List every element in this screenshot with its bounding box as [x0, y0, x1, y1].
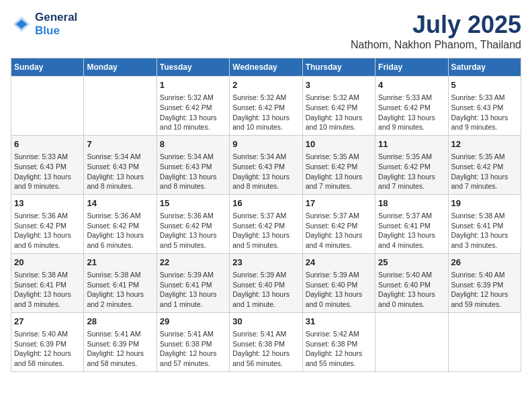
day-number: 5	[451, 79, 518, 91]
day-number: 21	[87, 257, 153, 269]
day-number: 26	[451, 257, 518, 269]
cell-info: Sunrise: 5:37 AM Sunset: 6:41 PM Dayligh…	[378, 211, 445, 250]
day-number: 29	[160, 316, 226, 328]
day-number: 10	[306, 138, 372, 150]
cell-info: Sunrise: 5:35 AM Sunset: 6:42 PM Dayligh…	[306, 152, 372, 191]
calendar-cell: 11Sunrise: 5:35 AM Sunset: 6:42 PM Dayli…	[375, 135, 448, 194]
cell-info: Sunrise: 5:35 AM Sunset: 6:42 PM Dayligh…	[451, 152, 518, 191]
calendar-cell: 8Sunrise: 5:34 AM Sunset: 6:43 PM Daylig…	[157, 135, 229, 194]
calendar-cell: 9Sunrise: 5:34 AM Sunset: 6:43 PM Daylig…	[230, 135, 302, 194]
calendar-cell	[448, 312, 521, 371]
cell-info: Sunrise: 5:33 AM Sunset: 6:42 PM Dayligh…	[378, 93, 445, 132]
calendar-cell: 17Sunrise: 5:37 AM Sunset: 6:42 PM Dayli…	[302, 194, 375, 253]
day-number: 31	[306, 316, 372, 328]
calendar-cell: 16Sunrise: 5:37 AM Sunset: 6:42 PM Dayli…	[230, 194, 302, 253]
cell-info: Sunrise: 5:36 AM Sunset: 6:42 PM Dayligh…	[160, 211, 226, 250]
day-number: 30	[232, 316, 299, 328]
calendar-week-row: 1Sunrise: 5:32 AM Sunset: 6:42 PM Daylig…	[11, 77, 521, 136]
cell-info: Sunrise: 5:38 AM Sunset: 6:41 PM Dayligh…	[451, 211, 518, 250]
logo: General Blue	[11, 11, 77, 38]
calendar-cell: 15Sunrise: 5:36 AM Sunset: 6:42 PM Dayli…	[157, 194, 229, 253]
day-number: 19	[451, 197, 518, 210]
calendar-cell: 30Sunrise: 5:41 AM Sunset: 6:38 PM Dayli…	[230, 312, 302, 371]
day-number: 28	[87, 316, 153, 328]
calendar-cell: 19Sunrise: 5:38 AM Sunset: 6:41 PM Dayli…	[448, 194, 521, 253]
cell-info: Sunrise: 5:41 AM Sunset: 6:39 PM Dayligh…	[87, 329, 153, 369]
calendar-cell: 23Sunrise: 5:39 AM Sunset: 6:40 PM Dayli…	[230, 253, 302, 312]
cell-info: Sunrise: 5:42 AM Sunset: 6:38 PM Dayligh…	[306, 329, 372, 369]
calendar-header-row: SundayMondayTuesdayWednesdayThursdayFrid…	[11, 58, 521, 77]
calendar-cell: 27Sunrise: 5:40 AM Sunset: 6:39 PM Dayli…	[11, 312, 84, 371]
calendar-cell: 26Sunrise: 5:40 AM Sunset: 6:39 PM Dayli…	[448, 253, 521, 312]
header-friday: Friday	[375, 58, 448, 77]
day-number: 20	[14, 257, 81, 269]
calendar-cell	[11, 77, 84, 136]
day-number: 23	[232, 257, 299, 269]
calendar-cell: 1Sunrise: 5:32 AM Sunset: 6:42 PM Daylig…	[157, 77, 229, 136]
month-title: July 2025	[351, 11, 521, 39]
calendar-cell: 5Sunrise: 5:33 AM Sunset: 6:43 PM Daylig…	[448, 77, 521, 136]
cell-info: Sunrise: 5:34 AM Sunset: 6:43 PM Dayligh…	[160, 152, 226, 191]
calendar-table: SundayMondayTuesdayWednesdayThursdayFrid…	[11, 58, 521, 372]
calendar-cell: 18Sunrise: 5:37 AM Sunset: 6:41 PM Dayli…	[375, 194, 448, 253]
cell-info: Sunrise: 5:36 AM Sunset: 6:42 PM Dayligh…	[14, 211, 81, 250]
cell-info: Sunrise: 5:41 AM Sunset: 6:38 PM Dayligh…	[232, 329, 299, 369]
day-number: 8	[160, 138, 226, 150]
day-number: 14	[87, 197, 153, 210]
cell-info: Sunrise: 5:37 AM Sunset: 6:42 PM Dayligh…	[306, 211, 372, 250]
calendar-week-row: 6Sunrise: 5:33 AM Sunset: 6:43 PM Daylig…	[11, 135, 521, 194]
cell-info: Sunrise: 5:35 AM Sunset: 6:42 PM Dayligh…	[378, 152, 445, 191]
calendar-cell: 21Sunrise: 5:38 AM Sunset: 6:41 PM Dayli…	[84, 253, 157, 312]
cell-info: Sunrise: 5:32 AM Sunset: 6:42 PM Dayligh…	[306, 93, 372, 132]
day-number: 16	[232, 197, 299, 210]
page-header: General Blue July 2025 Nathom, Nakhon Ph…	[11, 11, 521, 51]
calendar-cell: 6Sunrise: 5:33 AM Sunset: 6:43 PM Daylig…	[11, 135, 84, 194]
calendar-cell: 25Sunrise: 5:40 AM Sunset: 6:40 PM Dayli…	[375, 253, 448, 312]
cell-info: Sunrise: 5:34 AM Sunset: 6:43 PM Dayligh…	[87, 152, 153, 191]
cell-info: Sunrise: 5:32 AM Sunset: 6:42 PM Dayligh…	[160, 93, 226, 132]
calendar-cell: 29Sunrise: 5:41 AM Sunset: 6:38 PM Dayli…	[157, 312, 229, 371]
logo-icon	[11, 13, 32, 35]
calendar-cell: 31Sunrise: 5:42 AM Sunset: 6:38 PM Dayli…	[302, 312, 375, 371]
calendar-cell: 20Sunrise: 5:38 AM Sunset: 6:41 PM Dayli…	[11, 253, 84, 312]
cell-info: Sunrise: 5:40 AM Sunset: 6:39 PM Dayligh…	[14, 329, 81, 369]
header-saturday: Saturday	[448, 58, 521, 77]
cell-info: Sunrise: 5:36 AM Sunset: 6:42 PM Dayligh…	[87, 211, 153, 250]
day-number: 7	[87, 138, 153, 150]
day-number: 9	[232, 138, 299, 150]
calendar-cell: 7Sunrise: 5:34 AM Sunset: 6:43 PM Daylig…	[84, 135, 157, 194]
cell-info: Sunrise: 5:41 AM Sunset: 6:38 PM Dayligh…	[160, 329, 226, 369]
day-number: 15	[160, 197, 226, 210]
calendar-cell	[84, 77, 157, 136]
day-number: 12	[451, 138, 518, 150]
cell-info: Sunrise: 5:40 AM Sunset: 6:40 PM Dayligh…	[378, 270, 445, 310]
title-block: July 2025 Nathom, Nakhon Phanom, Thailan…	[351, 11, 521, 51]
cell-info: Sunrise: 5:33 AM Sunset: 6:43 PM Dayligh…	[451, 93, 518, 132]
day-number: 22	[160, 257, 226, 269]
calendar-cell: 22Sunrise: 5:39 AM Sunset: 6:41 PM Dayli…	[157, 253, 229, 312]
cell-info: Sunrise: 5:37 AM Sunset: 6:42 PM Dayligh…	[232, 211, 299, 250]
day-number: 2	[232, 79, 299, 91]
day-number: 24	[306, 257, 372, 269]
header-tuesday: Tuesday	[157, 58, 229, 77]
calendar-cell: 2Sunrise: 5:32 AM Sunset: 6:42 PM Daylig…	[230, 77, 302, 136]
day-number: 3	[306, 79, 372, 91]
calendar-week-row: 27Sunrise: 5:40 AM Sunset: 6:39 PM Dayli…	[11, 312, 521, 371]
cell-info: Sunrise: 5:32 AM Sunset: 6:42 PM Dayligh…	[232, 93, 299, 132]
header-monday: Monday	[84, 58, 157, 77]
cell-info: Sunrise: 5:39 AM Sunset: 6:41 PM Dayligh…	[160, 270, 226, 310]
header-wednesday: Wednesday	[230, 58, 302, 77]
day-number: 6	[14, 138, 81, 150]
day-number: 25	[378, 257, 445, 269]
day-number: 27	[14, 316, 81, 328]
cell-info: Sunrise: 5:34 AM Sunset: 6:43 PM Dayligh…	[232, 152, 299, 191]
calendar-cell: 14Sunrise: 5:36 AM Sunset: 6:42 PM Dayli…	[84, 194, 157, 253]
calendar-cell: 4Sunrise: 5:33 AM Sunset: 6:42 PM Daylig…	[375, 77, 448, 136]
calendar-week-row: 13Sunrise: 5:36 AM Sunset: 6:42 PM Dayli…	[11, 194, 521, 253]
cell-info: Sunrise: 5:39 AM Sunset: 6:40 PM Dayligh…	[232, 270, 299, 310]
calendar-week-row: 20Sunrise: 5:38 AM Sunset: 6:41 PM Dayli…	[11, 253, 521, 312]
calendar-cell: 10Sunrise: 5:35 AM Sunset: 6:42 PM Dayli…	[302, 135, 375, 194]
header-sunday: Sunday	[11, 58, 84, 77]
day-number: 18	[378, 197, 445, 210]
day-number: 4	[378, 79, 445, 91]
